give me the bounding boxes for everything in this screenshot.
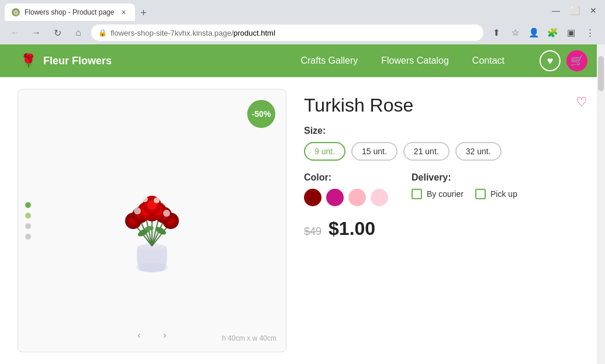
active-tab[interactable]: 🌸 Flowers shop - Product page ✕ [5,4,135,21]
svg-point-36 [134,207,141,214]
pickup-checkbox[interactable] [475,189,486,199]
tab-title: Flowers shop - Product page [25,8,114,16]
cart-button[interactable]: 🛒 [566,50,587,71]
svg-point-38 [154,197,160,203]
bookmark-icon[interactable]: ☆ [507,25,523,41]
scrollbar-thumb[interactable] [598,56,604,91]
color-section: Color: [304,172,388,206]
product-title: Turkish Rose [304,95,413,116]
courier-checkbox[interactable] [412,189,422,199]
share-icon[interactable]: ⬆ [488,25,504,41]
image-navigation: ‹ › [132,328,172,342]
image-dot-2[interactable] [25,213,31,219]
minimize-button[interactable]: — [549,4,563,18]
page-content: 🌹 Fleur Flowers Crafts Gallery Flowers C… [0,44,605,364]
logo-icon: 🌹 [18,50,39,71]
size-option-9[interactable]: 9 unt. [304,142,345,161]
color-swatch-lightpink[interactable] [348,189,366,206]
url-prefix: flowers-shop-site-7kvhx.kinsta.page/ [110,29,233,37]
back-button[interactable]: ← [7,25,23,41]
tab-favicon: 🌸 [12,8,20,16]
size-options: 9 unt. 15 unt. 21 unt. 32 unt. [304,142,587,161]
main-content: -50% [0,77,605,364]
tab-close-button[interactable]: ✕ [119,8,128,17]
price-row: $49 $1.00 [304,218,587,240]
image-dot-3[interactable] [25,223,31,229]
address-bar: ← → ↻ ⌂ 🔒 flowers-shop-site-7kvhx.kinsta… [0,21,605,44]
delivery-label: Delivery: [412,172,517,183]
next-image-button[interactable]: › [158,328,172,342]
url-path: product.html [233,29,275,37]
tablet-icon[interactable]: ▣ [563,25,579,41]
menu-icon[interactable]: ⋮ [582,25,598,41]
extensions-icon[interactable]: 🧩 [544,25,561,41]
nav-contact[interactable]: Contact [472,56,504,66]
scrollbar[interactable] [597,44,605,364]
logo-text: Fleur Flowers [43,55,112,67]
reload-button[interactable]: ↻ [49,25,65,41]
product-image [82,157,222,285]
url-text: flowers-shop-site-7kvhx.kinsta.page/prod… [110,29,476,37]
nav-crafts-gallery[interactable]: Crafts Gallery [300,56,358,66]
delivery-section: Delivery: By courier Pick up [412,172,517,206]
prev-image-button[interactable]: ‹ [132,328,146,342]
product-details: Turkish Rose ♡ Size: 9 unt. 15 unt. 21 u… [304,89,587,352]
size-label: Size: [304,126,587,136]
image-dot-4[interactable] [25,234,31,240]
navigation-bar: 🌹 Fleur Flowers Crafts Gallery Flowers C… [0,44,605,77]
home-button[interactable]: ⌂ [70,25,87,41]
discount-badge: -50% [247,100,275,128]
delivery-options: By courier Pick up [412,189,517,199]
nav-links: Crafts Gallery Flowers Catalog Contact [300,56,504,66]
lock-icon: 🔒 [98,29,107,37]
color-swatch-crimson[interactable] [326,189,344,206]
browser-frame: 🌸 Flowers shop - Product page ✕ + — ⬜ ✕ … [0,0,605,364]
product-wishlist-button[interactable]: ♡ [576,95,587,110]
size-option-32[interactable]: 32 unt. [455,142,502,161]
color-swatch-darkred[interactable] [304,189,321,206]
nav-actions: ♥ 🛒 [540,50,587,71]
maximize-button[interactable]: ⬜ [568,4,582,18]
color-label: Color: [304,172,388,183]
color-delivery-row: Color: Delivery: By [304,172,587,206]
image-dots [25,202,31,240]
delivery-courier[interactable]: By courier [412,189,464,199]
size-option-21[interactable]: 21 unt. [403,142,450,161]
site-logo[interactable]: 🌹 Fleur Flowers [18,50,112,71]
color-swatch-palepink[interactable] [371,189,388,206]
pickup-label: Pick up [490,189,517,199]
new-tab-button[interactable]: + [135,5,151,21]
old-price: $49 [304,226,321,238]
svg-point-39 [142,196,148,202]
url-bar[interactable]: 🔒 flowers-shop-site-7kvhx.kinsta.page/pr… [91,25,483,41]
wishlist-button[interactable]: ♥ [540,50,561,71]
tab-area: 🌸 Flowers shop - Product page ✕ + [5,0,544,21]
close-window-button[interactable]: ✕ [586,4,600,18]
window-controls: — ⬜ ✕ [549,4,600,18]
title-bar: 🌸 Flowers shop - Product page ✕ + — ⬜ ✕ [0,0,605,21]
nav-flowers-catalog[interactable]: Flowers Catalog [381,56,449,66]
size-option-15[interactable]: 15 unt. [351,142,397,161]
color-options [304,189,388,206]
forward-button[interactable]: → [28,25,44,41]
image-dimensions: h 40cm x w 40cm [222,334,276,342]
courier-label: By courier [427,189,464,199]
new-price: $1.00 [329,218,375,240]
delivery-pickup[interactable]: Pick up [475,189,517,199]
profile-icon[interactable]: 👤 [526,25,542,41]
svg-point-37 [163,210,170,217]
toolbar-icons: ⬆ ☆ 👤 🧩 ▣ ⋮ [488,25,598,41]
image-dot-1[interactable] [25,202,31,208]
product-image-section: -50% [18,89,286,352]
